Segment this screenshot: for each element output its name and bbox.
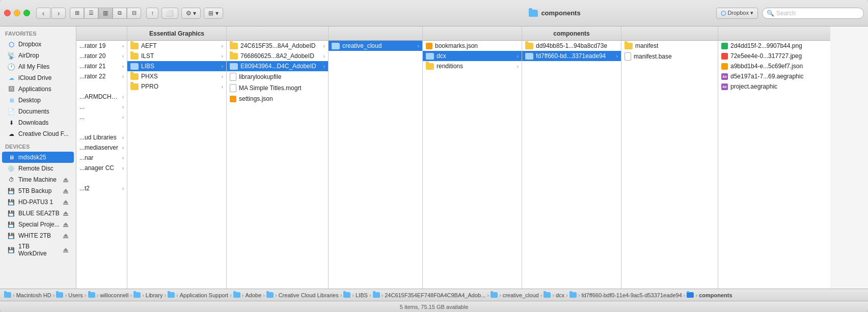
minimize-button[interactable]: [14, 10, 20, 16]
file-item[interactable]: ...rator 21 ›: [76, 61, 127, 71]
search-bar[interactable]: 🔍 Search: [762, 8, 864, 19]
file-item-fd7ff660[interactable]: fd7ff660-bd...3371eade94 ›: [522, 51, 621, 61]
eject-hd-patu3-icon[interactable]: [63, 199, 69, 205]
file-item-e80943[interactable]: E80943964...D4C_AdobeID ›: [227, 61, 328, 71]
file-item-aegraphic2[interactable]: Ae project.aegraphic: [718, 81, 830, 92]
folder-icon: [625, 43, 633, 49]
file-item-json1[interactable]: a9bbd1b4-e...5c69ef7.json: [718, 61, 830, 71]
bc-libs[interactable]: LIBS: [356, 292, 368, 298]
file-item-ma-titles[interactable]: MA Simple Titles.mogrt: [227, 82, 328, 94]
file-item-aeft[interactable]: AEFT ›: [127, 41, 226, 51]
eject-special-proje-icon[interactable]: [63, 221, 69, 228]
maximize-button[interactable]: [23, 10, 30, 16]
file-item-manifest-base[interactable]: manifest.base: [621, 51, 718, 62]
dropbox-button[interactable]: ⬡ Dropbox ▾: [716, 8, 758, 19]
back-button[interactable]: ‹: [36, 8, 50, 19]
bc-macintosh-hd[interactable]: Macintosh HD: [16, 292, 51, 298]
close-button[interactable]: [4, 10, 11, 16]
view-group-button[interactable]: ⊟: [127, 8, 141, 19]
sidebar-item-applications[interactable]: 🅰 Applications: [2, 83, 74, 95]
bc-folder-24c615: [373, 292, 380, 298]
sidebar-item-icloud[interactable]: ☁ iCloud Drive: [2, 72, 74, 83]
file-name: PHXS: [141, 73, 219, 80]
bc-adobe[interactable]: Adobe: [246, 292, 262, 298]
file-item[interactable]: ...t2 ›: [76, 183, 127, 193]
bc-willoconnell[interactable]: willoconnell: [100, 292, 128, 298]
file-item[interactable]: ...rator 19 ›: [76, 41, 127, 51]
bc-components[interactable]: components: [699, 292, 732, 298]
bc-dcx[interactable]: dcx: [556, 292, 564, 298]
sidebar-item-special-proje[interactable]: 💾 Special Proje...: [2, 219, 74, 230]
bc-appsupport[interactable]: Application Support: [180, 292, 228, 298]
file-item[interactable]: ... ›: [76, 102, 127, 112]
file-item-creative-cloud[interactable]: creative_cloud ›: [329, 41, 422, 51]
file-item-766860[interactable]: 766860625...8A2_AdobeID ›: [227, 51, 328, 61]
bc-fd7ff660[interactable]: fd7ff660-bdf0-11e4-9ac5-d53371eade94: [581, 292, 682, 298]
bc-ccl[interactable]: Creative Cloud Libraries: [279, 292, 339, 298]
view-cover-button[interactable]: ⧉: [113, 8, 127, 19]
bc-creative-cloud[interactable]: creative_cloud: [503, 292, 539, 298]
finder-window: ‹ › ⊞ ☰ ▥ ⧉ ⊟ ↑ ⬜ ⚙ ▾ ⊞ ▾ components ⬡ D…: [0, 0, 868, 312]
file-item-24c615[interactable]: 24C615F35...8A4_AdobeID ›: [227, 41, 328, 51]
sidebar-item-5tb-backup[interactable]: 💾 5TB Backup: [2, 185, 74, 196]
sidebar-item-documents[interactable]: 📄 Documents: [2, 106, 74, 117]
file-item-ppro[interactable]: PPRO ›: [127, 81, 226, 92]
file-item-renditions[interactable]: renditions ›: [423, 61, 522, 71]
file-item[interactable]: ...ARMDCHelper ›: [76, 92, 127, 102]
file-item[interactable]: ...ud Libraries ›: [76, 132, 127, 143]
file-item-dd94[interactable]: dd94bb85-1...94ba8cd73e: [522, 41, 621, 51]
bc-users[interactable]: Users: [68, 292, 83, 298]
eject-time-machine-icon[interactable]: [63, 177, 69, 183]
sidebar-item-blue-sea[interactable]: 💾 BLUE SEA2TB: [2, 208, 74, 219]
bc-sep: ›: [65, 292, 67, 298]
file-item-jpeg1[interactable]: 72e5ee4e-0...317727.jpeg: [718, 51, 830, 61]
eject-1tb-workdrive-icon[interactable]: [63, 247, 69, 253]
file-item[interactable]: ...mediaserver ›: [76, 143, 127, 153]
file-item[interactable]: ...nar ›: [76, 153, 127, 163]
sidebar-item-airdrop[interactable]: 📡 AirDrop: [2, 50, 74, 61]
sidebar-item-1tb-workdrive[interactable]: 💾 1TB WorkDrive: [2, 241, 74, 259]
view-column-button[interactable]: ▥: [98, 8, 113, 19]
sidebar-item-time-machine[interactable]: ⏱ Time Machine: [2, 174, 74, 185]
sidebar-item-downloads[interactable]: ⬇ Downloads: [2, 117, 74, 128]
arrange-button[interactable]: ⊞ ▾: [204, 8, 223, 19]
file-item-libs[interactable]: LIBS ›: [127, 61, 226, 71]
bc-folder-ccl: [266, 292, 274, 298]
sidebar-item-white-2tb[interactable]: 💾 WHITE 2TB: [2, 230, 74, 241]
file-item[interactable]: ...rator 22 ›: [76, 71, 127, 81]
file-item-aegraphic1[interactable]: Ae d5e197a1-7...69.aegraphic: [718, 71, 830, 81]
tag-button[interactable]: ⬜: [161, 8, 178, 19]
sidebar-item-hd-patu3[interactable]: 💾 HD-PATU3 1: [2, 196, 74, 208]
eject-blue-sea-icon[interactable]: [63, 210, 69, 216]
file-item-dcx[interactable]: dcx ›: [423, 51, 522, 61]
file-item-librarylookup[interactable]: librarylookupfile: [227, 71, 328, 82]
forward-button[interactable]: ›: [51, 8, 66, 19]
file-item[interactable]: ... ›: [76, 112, 127, 122]
sidebar-item-creative-cloud[interactable]: ☁ Creative Cloud F...: [2, 128, 74, 139]
file-item-ilst[interactable]: ILST ›: [127, 51, 226, 61]
eject-5tb-icon[interactable]: [63, 188, 69, 194]
bc-folder-fd7ff660: [569, 292, 577, 298]
sidebar-item-dropbox[interactable]: ⬡ Dropbox: [2, 39, 74, 50]
bc-24c615[interactable]: 24C615F354EF748F0A4C9BA4_Adob...: [385, 292, 485, 298]
sidebar-item-mdsdsk25[interactable]: 🖥 mdsdsk25: [2, 152, 74, 163]
eject-white-2tb-icon[interactable]: [63, 233, 69, 239]
action-button[interactable]: ⚙ ▾: [181, 8, 201, 19]
downloads-icon: ⬇: [7, 119, 15, 127]
sidebar-item-desktop[interactable]: 🖥 Desktop: [2, 95, 74, 106]
view-list-button[interactable]: ☰: [84, 8, 98, 19]
sidebar-item-remote-disc[interactable]: 💿 Remote Disc: [2, 163, 74, 174]
file-item-settings-json[interactable]: settings.json: [227, 94, 328, 104]
bc-sep: ›: [263, 292, 265, 298]
file-item-bookmarks-json[interactable]: bookmarks.json: [423, 41, 522, 51]
file-item-png1[interactable]: 2d4dd15f-2...9907b44.png: [718, 41, 830, 51]
file-item-phxs[interactable]: PHXS ›: [127, 71, 226, 81]
file-item[interactable]: ...rator 20 ›: [76, 51, 127, 61]
file-item-manifest-folder[interactable]: manifest: [621, 41, 718, 51]
file-name: ...mediaserver: [79, 144, 120, 151]
file-item[interactable]: ...anager CC ›: [76, 163, 127, 173]
bc-library[interactable]: Library: [146, 292, 163, 298]
view-icon-button[interactable]: ⊞: [70, 8, 84, 19]
sidebar-item-all-files[interactable]: 🕐 All My Files: [2, 61, 74, 72]
share-button[interactable]: ↑: [146, 8, 158, 19]
